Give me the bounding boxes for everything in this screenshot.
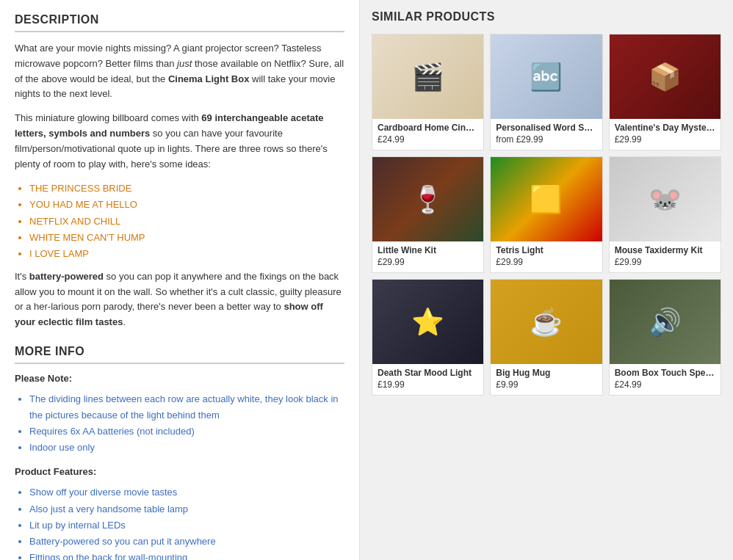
product-icon: 🟨 [530,184,563,215]
product-name: Big Hug Mug [496,368,596,378]
product-name: Death Star Mood Light [378,368,478,378]
list-item: I LOVE LAMP [29,246,344,262]
product-image: 🔊 [610,280,721,364]
product-card[interactable]: 🎬 Cardboard Home Cinem... £24.99 [372,34,484,150]
product-image: 🟨 [491,157,602,241]
product-name: Little Wine Kit [378,245,478,255]
product-info: Big Hug Mug £9.99 [491,364,602,395]
powered-text: It's battery-powered so you can pop it a… [15,269,344,330]
list-item: NETFLIX AND CHILL [29,214,344,230]
product-card[interactable]: 🔊 Boom Box Touch Speak... £24.99 [609,279,721,396]
product-price: from £29.99 [496,134,596,145]
product-image: ☕ [491,280,602,364]
product-info: Death Star Mood Light £19.99 [372,364,483,395]
product-info: Cardboard Home Cinem... £24.99 [372,119,483,150]
product-price: £24.99 [378,134,478,145]
product-price: £24.99 [615,379,715,390]
product-card[interactable]: 📦 Valentine's Day Mystery... £29.99 [609,34,721,150]
similar-products-title: SIMILAR PRODUCTS [372,10,721,23]
product-card[interactable]: ☕ Big Hug Mug £9.99 [490,279,602,396]
product-image: 🐭 [610,157,721,241]
product-card[interactable]: 🐭 Mouse Taxidermy Kit £29.99 [609,156,721,273]
product-name: Mouse Taxidermy Kit [615,245,715,255]
please-note-list: The dividing lines between each row are … [29,391,344,456]
product-name: Personalised Word Sear... [496,123,596,133]
product-icon: 🎬 [411,62,444,92]
list-item: Indoor use only [29,440,344,456]
product-image: 📦 [610,34,721,119]
product-icon: 📦 [649,62,682,92]
product-price: £9.99 [496,379,596,390]
list-item: Show off your diverse movie tastes [29,484,344,501]
product-image: ⭐ [372,280,483,364]
list-item: YOU HAD ME AT HELLO [29,197,344,213]
product-icon: 🔤 [530,62,563,92]
product-features-label: Product Features: [15,466,344,477]
product-info: Boom Box Touch Speak... £24.99 [610,364,721,395]
description-panel: DESCRIPTION What are your movie nights m… [0,0,360,560]
description-paragraph-1: What are your movie nights missing? A gi… [15,41,344,102]
product-price: £29.99 [378,257,478,267]
product-image: 🎬 [372,34,483,119]
list-item: Battery-powered so you can put it anywhe… [29,534,344,550]
product-icon: 🔊 [649,307,682,338]
product-info: Little Wine Kit £29.99 [372,241,483,272]
product-image: 🍷 [372,157,483,241]
product-info: Personalised Word Sear... from £29.99 [491,119,602,150]
list-item: WHITE MEN CAN'T HUMP [29,230,344,246]
product-price: £29.99 [615,134,715,145]
list-item: Fittings on the back for wall-mounting [29,550,344,560]
product-name: Boom Box Touch Speak... [615,368,715,378]
product-name: Valentine's Day Mystery... [615,123,715,133]
product-card[interactable]: 🔤 Personalised Word Sear... from £29.99 [490,34,602,150]
product-icon: ☕ [530,307,563,338]
product-price: £19.99 [378,379,478,390]
product-image: 🔤 [491,34,602,119]
product-info: Tetris Light £29.99 [491,241,602,272]
product-icon: 🐭 [649,184,682,215]
description-paragraph-2: This miniature glowing billboard comes w… [15,111,344,172]
products-grid: 🎬 Cardboard Home Cinem... £24.99 🔤 Perso… [372,34,721,396]
product-icon: ⭐ [411,307,444,338]
list-item: Requires 6x AA batteries (not included) [29,423,344,440]
product-card[interactable]: 🟨 Tetris Light £29.99 [490,156,602,273]
more-info-title: MORE INFO [15,345,344,364]
product-card[interactable]: 🍷 Little Wine Kit £29.99 [372,156,484,273]
list-item: THE PRINCESS BRIDE [29,181,344,197]
description-title: DESCRIPTION [15,13,344,32]
similar-products-panel: SIMILAR PRODUCTS 🎬 Cardboard Home Cinem.… [360,0,733,560]
list-item: The dividing lines between each row are … [29,391,344,423]
more-info-section: MORE INFO Please Note: The dividing line… [15,345,344,560]
list-item: Also just a very handsome table lamp [29,501,344,517]
product-features-list: Show off your diverse movie tastes Also … [29,484,344,560]
product-name: Cardboard Home Cinem... [378,123,478,133]
product-info: Valentine's Day Mystery... £29.99 [610,119,721,150]
please-note-label: Please Note: [15,373,344,384]
product-name: Tetris Light [496,245,596,255]
product-card[interactable]: ⭐ Death Star Mood Light £19.99 [372,279,484,396]
product-price: £29.99 [615,257,715,267]
product-info: Mouse Taxidermy Kit £29.99 [610,241,721,272]
product-price: £29.99 [496,257,596,267]
quote-examples-list: THE PRINCESS BRIDE YOU HAD ME AT HELLO N… [29,181,344,261]
list-item: Lit up by internal LEDs [29,517,344,534]
product-icon: 🍷 [411,184,444,215]
